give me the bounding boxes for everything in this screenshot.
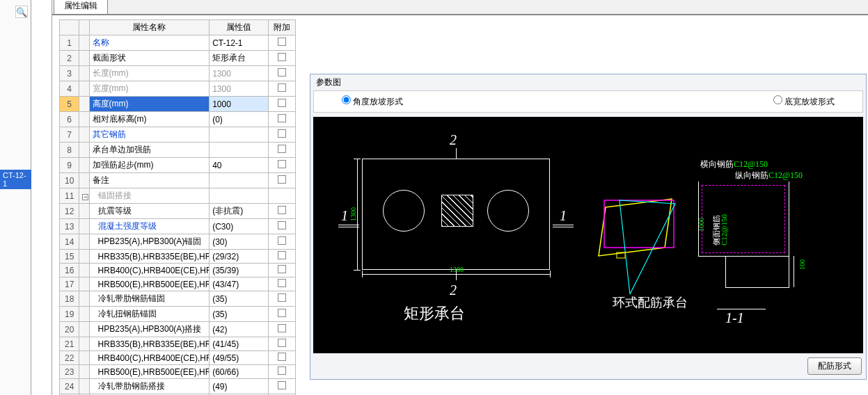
property-value[interactable]: 1000 [210,97,269,112]
property-value[interactable]: 1300 [210,81,269,97]
addon-checkbox[interactable] [278,160,286,168]
addon-cell [269,112,296,127]
addon-checkbox[interactable] [278,279,286,287]
table-row[interactable]: 20HPB235(A),HPB300(A)搭接(42) [60,322,296,337]
property-value[interactable]: (35) [210,307,269,322]
addon-cell [269,35,296,51]
addon-cell [269,250,296,264]
table-row[interactable]: 18冷轧带肋钢筋锚固(35) [60,291,296,307]
table-row[interactable]: 1名称CT-12-1 [60,35,296,51]
table-row[interactable]: 17HRB500(E),HRB500E(EE),HRBF(43/47) [60,277,296,291]
property-value[interactable]: (35) [210,291,269,307]
property-value[interactable] [210,143,269,158]
property-value[interactable]: 1300 [210,66,269,81]
property-link[interactable]: 高度(mm) [93,99,129,108]
addon-checkbox[interactable] [278,145,286,153]
search-icon[interactable]: 🔍 [15,6,28,18]
table-row[interactable]: 4宽度(mm)1300 [60,81,296,97]
property-value[interactable]: (49/55) [210,351,269,365]
property-value[interactable]: (29/32) [210,250,269,264]
property-value[interactable]: (49) [210,379,269,394]
property-value[interactable]: (35/39) [210,264,269,277]
diagram-fieldset: 参数图 角度放坡形式 底宽放坡形式 2 2 [310,74,867,380]
addon-cell [269,127,296,143]
addon-checkbox[interactable] [278,381,286,389]
addon-cell [269,188,296,204]
radio-width-slope[interactable]: 底宽放坡形式 [773,95,835,108]
addon-checkbox[interactable] [278,114,286,122]
tab-strip: 属性编辑 [52,0,868,15]
property-value[interactable]: (41/45) [210,337,269,351]
addon-checkbox[interactable] [278,53,286,61]
property-value[interactable] [210,173,269,188]
table-row[interactable]: 6相对底标高(m)(0) [60,112,296,127]
table-row[interactable]: 14HPB235(A),HPB300(A)锚固(30) [60,234,296,250]
addon-checkbox[interactable] [278,324,286,332]
table-row[interactable]: 21HRB335(B),HRB335E(BE),HRBF(41/45) [60,337,296,351]
table-row[interactable]: 3长度(mm)1300 [60,66,296,81]
tree-panel [31,0,52,395]
addon-checkbox[interactable] [278,265,286,273]
property-name: HRB400(C),HRB400E(CE),HRBF [89,264,210,277]
addon-checkbox[interactable] [278,129,286,138]
addon-checkbox[interactable] [278,99,286,107]
property-link[interactable]: 名称 [93,38,109,47]
table-row[interactable]: 8承台单边加强筋 [60,143,296,158]
addon-checkbox[interactable] [278,293,286,302]
table-row[interactable]: 15HRB335(B),HRB335E(BE),HRBF(29/32) [60,250,296,264]
col-header-value[interactable]: 属性值 [210,20,269,35]
property-value[interactable]: (43/47) [210,277,269,291]
addon-checkbox[interactable] [278,221,286,229]
table-row[interactable]: 11−锚固搭接 [60,188,296,204]
addon-checkbox[interactable] [278,339,286,347]
rebar-form-button[interactable]: 配筋形式 [807,357,862,375]
property-link[interactable]: 其它钢筋 [93,129,126,139]
addon-checkbox[interactable] [278,251,286,259]
property-value[interactable]: (C30) [210,219,269,234]
table-row[interactable]: 22HRB400(C),HRB400E(CE),HRBF(49/55) [60,351,296,365]
table-row[interactable]: 5高度(mm)1000 [60,97,296,112]
property-name: HRB400(C),HRB400E(CE),HRBF [89,351,210,365]
property-name: HRB500(E),HRB500E(EE),HRBF [89,277,210,291]
property-value[interactable] [210,188,269,204]
radio-angle-slope[interactable]: 角度放坡形式 [342,95,403,108]
property-link[interactable]: 混凝土强度等级 [98,221,157,231]
addon-checkbox[interactable] [278,68,286,76]
tab-property-edit[interactable]: 属性编辑 [54,0,108,14]
property-name: 承台单边加强筋 [89,143,210,158]
addon-checkbox[interactable] [278,353,286,361]
addon-cell [269,365,296,379]
property-value[interactable]: 40 [210,158,269,173]
property-value[interactable] [210,127,269,143]
table-row[interactable]: 24冷轧带肋钢筋搭接(49) [60,379,296,394]
addon-checkbox[interactable] [278,206,286,214]
property-value[interactable]: (60/66) [210,365,269,379]
addon-checkbox[interactable] [278,236,286,245]
addon-cell [269,277,296,291]
property-value[interactable]: 矩形承台 [210,51,269,66]
addon-cell [269,234,296,250]
table-row[interactable]: 12抗震等级(非抗震) [60,204,296,219]
property-value[interactable]: (42) [210,322,269,337]
property-value[interactable]: CT-12-1 [210,35,269,51]
table-row[interactable]: 2截面形状矩形承台 [60,51,296,66]
property-name: 冷轧带肋钢筋锚固 [89,291,210,307]
addon-checkbox[interactable] [278,83,286,92]
table-row[interactable]: 9加强筋起步(mm)40 [60,158,296,173]
addon-checkbox[interactable] [278,366,286,375]
addon-cell [269,291,296,307]
property-value[interactable]: (非抗震) [210,204,269,219]
tree-node-selected[interactable]: CT-12-1 [0,170,31,189]
table-row[interactable]: 19冷轧扭钢筋锚固(35) [60,307,296,322]
collapse-icon[interactable]: − [82,194,88,200]
addon-checkbox[interactable] [278,309,286,317]
property-value[interactable]: (30) [210,234,269,250]
table-row[interactable]: 16HRB400(C),HRB400E(CE),HRBF(35/39) [60,264,296,277]
addon-checkbox[interactable] [278,175,286,184]
property-value[interactable]: (0) [210,112,269,127]
table-row[interactable]: 10备注 [60,173,296,188]
table-row[interactable]: 13混凝土强度等级(C30) [60,219,296,234]
table-row[interactable]: 23HRB500(E),HRB500E(EE),HRBF(60/66) [60,365,296,379]
addon-checkbox[interactable] [278,38,286,46]
table-row[interactable]: 7其它钢筋 [60,127,296,143]
